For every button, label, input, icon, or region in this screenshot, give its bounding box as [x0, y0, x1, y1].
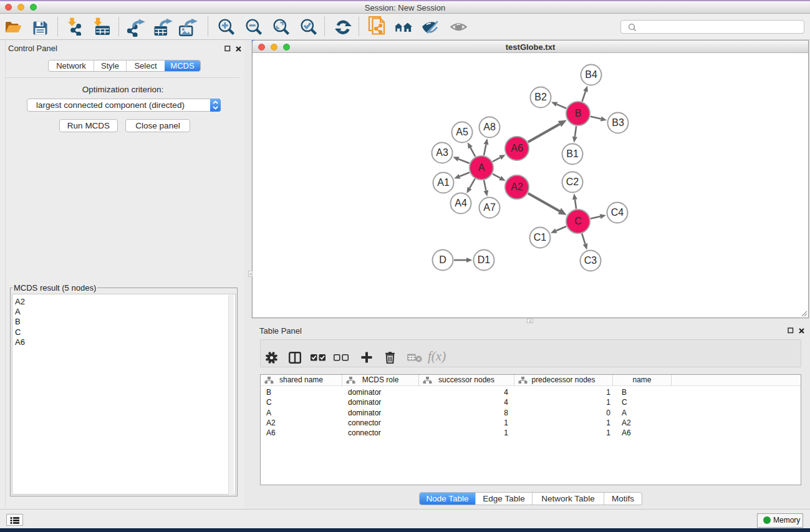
- svg-text:A: A: [478, 162, 485, 173]
- svg-text:A2: A2: [511, 181, 523, 192]
- svg-text:D: D: [439, 254, 446, 265]
- svg-text:A3: A3: [436, 147, 448, 158]
- svg-text:C1: C1: [534, 232, 547, 243]
- svg-text:A1: A1: [437, 177, 450, 188]
- svg-text:B3: B3: [612, 117, 624, 128]
- svg-text:C4: C4: [611, 207, 624, 218]
- svg-text:C: C: [574, 216, 582, 226]
- svg-text:B2: B2: [534, 92, 547, 102]
- svg-text:D1: D1: [478, 254, 491, 265]
- svg-text:B4: B4: [585, 69, 597, 80]
- svg-text:C3: C3: [584, 255, 597, 266]
- svg-text:A5: A5: [456, 127, 468, 137]
- svg-text:A7: A7: [483, 202, 496, 213]
- svg-text:A4: A4: [455, 198, 467, 208]
- svg-text:A8: A8: [483, 122, 496, 132]
- svg-text:C2: C2: [566, 177, 579, 187]
- svg-text:B: B: [575, 108, 582, 118]
- svg-text:A6: A6: [511, 143, 523, 153]
- svg-text:B1: B1: [566, 148, 579, 159]
